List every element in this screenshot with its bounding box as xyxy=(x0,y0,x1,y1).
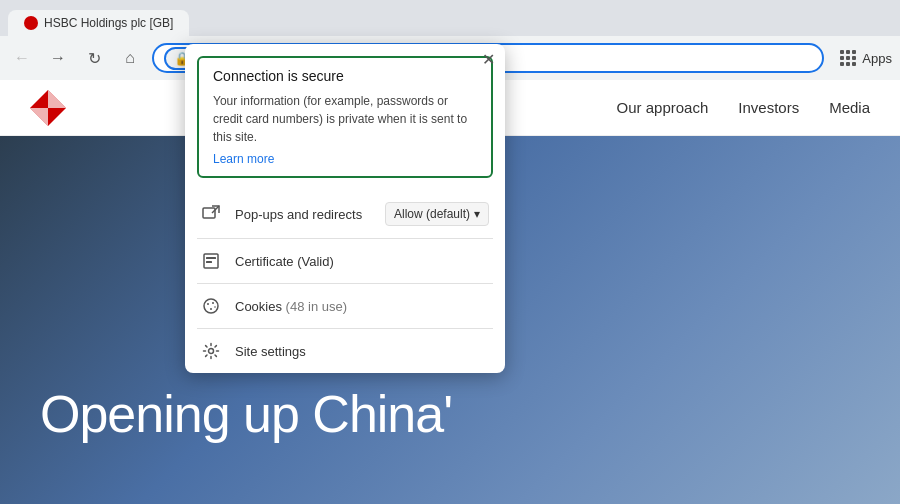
certificate-icon xyxy=(201,251,221,271)
cookies-label: Cookies (48 in use) xyxy=(235,299,489,314)
dropdown-chevron-icon: ▾ xyxy=(474,207,480,221)
svg-rect-3 xyxy=(203,208,215,218)
settings-gear-icon xyxy=(201,341,221,361)
svg-rect-6 xyxy=(206,257,216,259)
tab-label: HSBC Holdings plc [GB] xyxy=(44,16,173,30)
cookies-count: (48 in use) xyxy=(286,299,347,314)
security-popup: ✕ Connection is secure Your information … xyxy=(185,44,505,373)
nav-link-investors[interactable]: Investors xyxy=(738,99,799,116)
reload-icon: ↻ xyxy=(88,49,101,68)
svg-point-12 xyxy=(214,306,216,308)
learn-more-link[interactable]: Learn more xyxy=(213,152,477,166)
apps-area: Apps xyxy=(840,50,892,66)
home-button[interactable]: ⌂ xyxy=(116,44,144,72)
svg-marker-1 xyxy=(48,90,66,108)
nav-links: Our approach Investors Media xyxy=(617,99,870,116)
svg-point-9 xyxy=(207,303,209,305)
home-icon: ⌂ xyxy=(125,49,135,67)
apps-grid-icon[interactable] xyxy=(840,50,856,66)
svg-point-11 xyxy=(210,308,212,310)
reload-button[interactable]: ↻ xyxy=(80,44,108,72)
svg-rect-7 xyxy=(206,261,212,263)
hsbc-logo xyxy=(30,90,66,126)
forward-icon: → xyxy=(50,49,66,67)
site-settings-row[interactable]: Site settings xyxy=(185,329,505,373)
site-settings-label: Site settings xyxy=(235,344,489,359)
back-icon: ← xyxy=(14,49,30,67)
browser-tab[interactable]: HSBC Holdings plc [GB] xyxy=(8,10,189,36)
nav-link-approach[interactable]: Our approach xyxy=(617,99,709,116)
connection-secure-section: Connection is secure Your information (f… xyxy=(197,56,493,178)
tab-bar: HSBC Holdings plc [GB] xyxy=(0,0,900,36)
cookies-row[interactable]: Cookies (48 in use) xyxy=(185,284,505,328)
tab-favicon xyxy=(24,16,38,30)
certificate-row[interactable]: Certificate (Valid) xyxy=(185,239,505,283)
cookies-icon xyxy=(201,296,221,316)
svg-marker-2 xyxy=(30,108,48,126)
connection-title: Connection is secure xyxy=(213,68,477,84)
popup-external-icon xyxy=(201,204,221,224)
popups-dropdown[interactable]: Allow (default) ▾ xyxy=(385,202,489,226)
nav-link-media[interactable]: Media xyxy=(829,99,870,116)
svg-point-13 xyxy=(209,349,214,354)
popups-row[interactable]: Pop-ups and redirects Allow (default) ▾ xyxy=(185,190,505,238)
certificate-label: Certificate (Valid) xyxy=(235,254,489,269)
svg-point-10 xyxy=(212,302,214,304)
connection-desc: Your information (for example, passwords… xyxy=(213,92,477,146)
popup-close-button[interactable]: ✕ xyxy=(482,52,495,68)
back-button[interactable]: ← xyxy=(8,44,36,72)
hero-text: Opening up China' xyxy=(40,384,452,444)
forward-button[interactable]: → xyxy=(44,44,72,72)
popups-value: Allow (default) xyxy=(394,207,470,221)
svg-point-8 xyxy=(204,299,218,313)
apps-label: Apps xyxy=(862,51,892,66)
popups-label: Pop-ups and redirects xyxy=(235,207,371,222)
